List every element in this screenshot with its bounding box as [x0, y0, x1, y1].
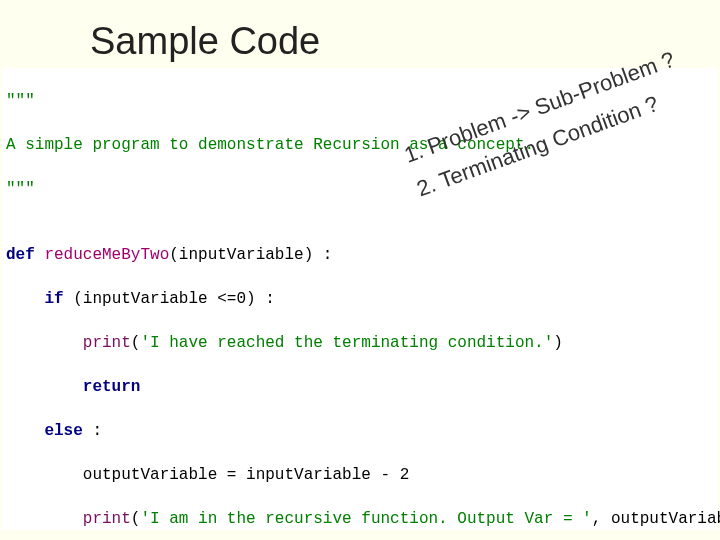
code-text: (inputVariable <=0) :	[73, 290, 275, 308]
code-text: A simple program to demonstrate Recursio…	[6, 136, 534, 154]
code-text: :	[92, 422, 102, 440]
code-fn: reduceMeByTwo	[44, 246, 169, 264]
code-text: """	[6, 180, 35, 198]
code-text: (	[131, 334, 141, 352]
slide-title: Sample Code	[90, 20, 320, 63]
code-text: (inputVariable) :	[169, 246, 332, 264]
code-text: """	[6, 92, 35, 110]
code-text: , outputVariable)	[592, 510, 720, 528]
code-text: outputVariable = inputVariable - 2	[6, 466, 409, 484]
code-text: )	[553, 334, 563, 352]
slide: Sample Code """ A simple program to demo…	[0, 0, 720, 540]
code-builtin: print	[6, 510, 131, 528]
code-text: (	[131, 510, 141, 528]
code-string: 'I have reached the terminating conditio…	[140, 334, 553, 352]
code-block: """ A simple program to demonstrate Recu…	[2, 68, 718, 530]
code-keyword: if	[6, 290, 73, 308]
code-string: 'I am in the recursive function. Output …	[140, 510, 591, 528]
code-keyword: return	[6, 378, 140, 396]
code-keyword: def	[6, 246, 44, 264]
code-builtin: print	[6, 334, 131, 352]
code-keyword: else	[6, 422, 92, 440]
